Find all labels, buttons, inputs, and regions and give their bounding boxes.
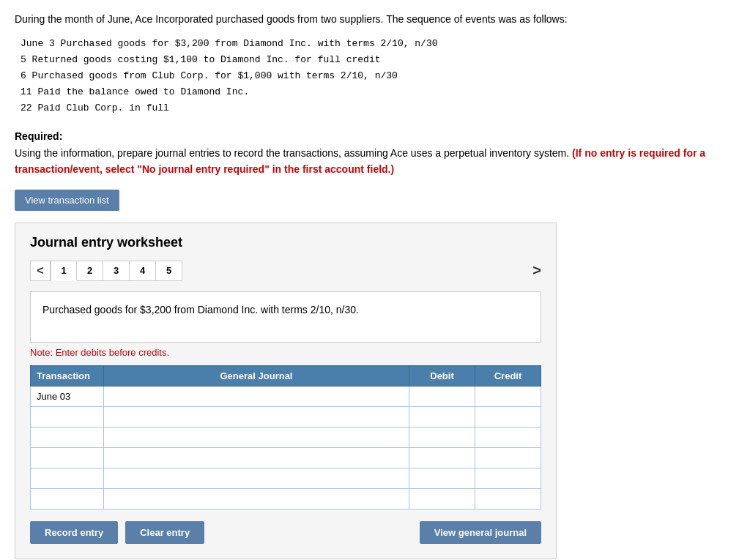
worksheet-container: Journal entry worksheet < 1 2 3 4 5 > Pu… — [15, 223, 557, 559]
row-1-debit[interactable] — [409, 386, 475, 406]
table-row — [31, 447, 541, 468]
row-2-date — [31, 406, 104, 427]
button-row: Record entry Clear entry View general jo… — [30, 521, 541, 544]
journal-table: Transaction General Journal Debit Credit… — [30, 365, 541, 509]
row-2-credit[interactable] — [475, 406, 541, 427]
row-1-debit-input[interactable] — [409, 387, 475, 406]
row-3-credit[interactable] — [475, 427, 541, 447]
row-3-date — [31, 427, 104, 447]
row-5-debit-input[interactable] — [409, 468, 475, 488]
col-header-general-journal: General Journal — [104, 365, 409, 386]
view-general-journal-button[interactable]: View general journal — [420, 521, 541, 544]
table-row — [31, 406, 541, 427]
view-transaction-list-button[interactable]: View transaction list — [15, 190, 119, 211]
row-1-general-input[interactable] — [104, 387, 409, 406]
intro-paragraph: During the month of June, Ace Incorporat… — [15, 12, 735, 27]
row-6-debit-input[interactable] — [409, 489, 475, 509]
row-2-debit[interactable] — [409, 406, 475, 427]
note-text: Note: Enter debits before credits. — [30, 347, 541, 358]
row-4-date — [31, 447, 104, 468]
event-line-3: 6 Purchased goods from Club Corp. for $1… — [21, 68, 735, 84]
worksheet-title: Journal entry worksheet — [30, 235, 541, 250]
row-3-credit-input[interactable] — [475, 428, 541, 447]
row-5-date — [31, 468, 104, 488]
tab-1[interactable]: 1 — [51, 261, 77, 281]
row-6-credit[interactable] — [475, 488, 541, 509]
required-text: Using the information, prepare journal e… — [15, 147, 569, 159]
row-5-general[interactable] — [104, 468, 409, 488]
event-line-1: June 3 Purchased goods for $3,200 from D… — [21, 36, 735, 52]
table-row — [31, 427, 541, 447]
col-header-credit: Credit — [475, 365, 541, 386]
row-2-debit-input[interactable] — [409, 407, 475, 427]
row-6-date — [31, 488, 104, 509]
event-line-2: 5 Returned goods costing $1,100 to Diamo… — [21, 52, 735, 68]
row-1-credit[interactable] — [475, 386, 541, 406]
col-header-transaction: Transaction — [31, 365, 104, 386]
row-4-debit[interactable] — [409, 447, 475, 468]
tab-navigation: < 1 2 3 4 5 > — [30, 261, 541, 281]
row-2-general-input[interactable] — [104, 407, 409, 427]
row-4-debit-input[interactable] — [409, 448, 475, 468]
tab-2[interactable]: 2 — [77, 261, 103, 281]
tab-3[interactable]: 3 — [103, 261, 130, 281]
col-header-debit: Debit — [409, 365, 475, 386]
row-4-general-input[interactable] — [104, 448, 409, 468]
transaction-description: Purchased goods for $3,200 from Diamond … — [30, 291, 541, 343]
event-line-5: 22 Paid Club Corp. in full — [21, 100, 735, 116]
row-5-debit[interactable] — [409, 468, 475, 488]
row-3-debit-input[interactable] — [409, 428, 475, 447]
tab-5[interactable]: 5 — [156, 261, 182, 281]
table-row — [31, 468, 541, 488]
row-1-general[interactable] — [104, 386, 409, 406]
row-5-credit[interactable] — [475, 468, 541, 488]
row-5-general-input[interactable] — [104, 468, 409, 488]
row-6-general-input[interactable] — [104, 489, 409, 509]
row-4-credit[interactable] — [475, 447, 541, 468]
row-6-general[interactable] — [104, 488, 409, 509]
events-block: June 3 Purchased goods for $3,200 from D… — [21, 36, 735, 116]
row-4-credit-input[interactable] — [475, 448, 541, 468]
row-6-debit[interactable] — [409, 488, 475, 509]
event-line-4: 11 Paid the balance owed to Diamond Inc. — [21, 84, 735, 100]
row-6-credit-input[interactable] — [475, 489, 541, 509]
clear-entry-button[interactable]: Clear entry — [125, 521, 204, 544]
prev-tab-arrow[interactable]: < — [30, 261, 51, 281]
row-1-credit-input[interactable] — [475, 387, 541, 406]
row-3-general-input[interactable] — [104, 428, 409, 447]
row-1-date: June 03 — [31, 386, 104, 406]
record-entry-button[interactable]: Record entry — [30, 521, 118, 544]
table-row: June 03 — [31, 386, 541, 406]
row-2-general[interactable] — [104, 406, 409, 427]
required-section: Required: Using the information, prepare… — [15, 128, 735, 177]
row-3-general[interactable] — [104, 427, 409, 447]
row-2-credit-input[interactable] — [475, 407, 541, 427]
row-5-credit-input[interactable] — [475, 468, 541, 488]
row-3-debit[interactable] — [409, 427, 475, 447]
next-tab-arrow[interactable]: > — [532, 262, 541, 279]
row-4-general[interactable] — [104, 447, 409, 468]
table-row — [31, 488, 541, 509]
required-heading: Required: — [15, 130, 62, 142]
tab-4[interactable]: 4 — [130, 261, 156, 281]
